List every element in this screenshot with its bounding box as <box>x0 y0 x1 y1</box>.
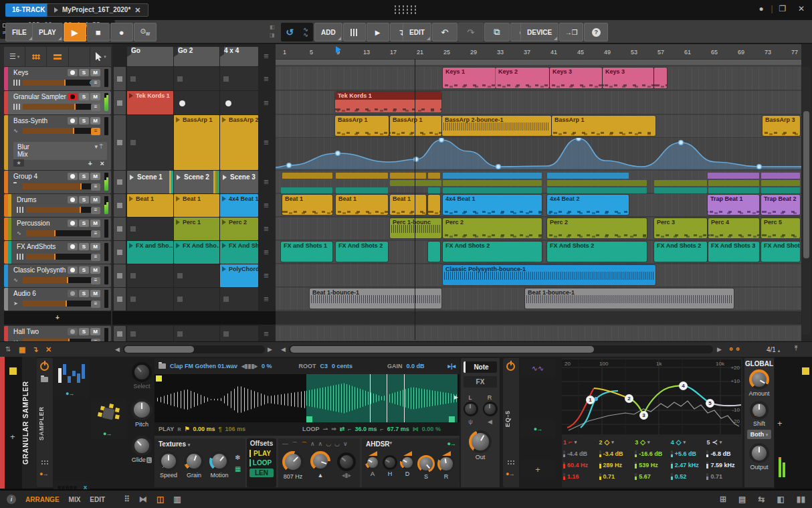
arranger-clip[interactable]: Perc 4 <box>708 218 759 238</box>
group-scene-clip[interactable]: Scene 1 <box>127 171 173 193</box>
launcher-cell[interactable] <box>174 326 219 341</box>
link-icon[interactable]: ⧓ <box>139 495 147 504</box>
freeze-icon[interactable]: ❄ <box>235 454 241 461</box>
launcher-stop-drums[interactable] <box>114 194 126 217</box>
band-gain-value[interactable]: +5.6 dB <box>675 450 696 457</box>
band-gain-value[interactable]: -16.6 dB <box>639 450 662 457</box>
timeline-ruler[interactable]: 1591317212529333741454953576165697377 <box>276 47 801 59</box>
eq-band-node-2[interactable]: 2 <box>625 394 633 403</box>
loop-forward-icon[interactable]: ⇒ <box>331 426 336 432</box>
env-decay2-icon[interactable]: ⌒ <box>301 440 307 449</box>
arranger-clip[interactable] <box>654 68 667 88</box>
launcher-clip[interactable]: Beat 1 <box>174 194 219 217</box>
arranger-clip[interactable]: Keys 2 <box>496 68 549 88</box>
launcher-clip[interactable]: FX And Sho… <box>174 241 219 264</box>
eq-graph[interactable]: 20 100 1k 10k +20 +10 -10 -20 12345 <box>562 359 741 434</box>
mute-button[interactable]: M <box>90 117 100 124</box>
pan-r-knob[interactable] <box>483 402 498 416</box>
volume-slider[interactable] <box>23 277 96 283</box>
loop-off-icon[interactable]: ⇀ <box>323 426 328 432</box>
volume-slider[interactable] <box>23 301 96 307</box>
solo-button[interactable]: S <box>79 173 89 180</box>
env-decay-icon[interactable]: ⌒ <box>292 440 298 449</box>
reverse-icon[interactable]: ʀ <box>177 426 181 432</box>
track-row-halltwo[interactable]: Hall TwoSM↩≡ <box>4 326 111 341</box>
volume-slider[interactable] <box>23 80 96 86</box>
band-number[interactable]: 4 <box>671 439 674 446</box>
mute-button[interactable]: M <box>90 290 100 297</box>
launcher-cell[interactable] <box>220 91 258 114</box>
arranger-clip[interactable]: FX And Shots <box>761 242 800 262</box>
note-tab[interactable]: Note <box>464 361 497 373</box>
grain-knob[interactable] <box>184 451 204 471</box>
duplicate-icon[interactable]: ⧉ <box>484 23 510 41</box>
band-type-caret-icon[interactable]: ▾ <box>575 440 577 445</box>
volume-slider[interactable] <box>26 207 96 213</box>
track-menu-button[interactable]: ≡ <box>91 183 100 191</box>
add-device-icon[interactable]: + <box>10 432 15 442</box>
track-row-group[interactable]: Group 4SM≡ <box>4 171 111 193</box>
redo-icon[interactable]: ↷ <box>458 23 484 41</box>
shift-knob[interactable] <box>750 401 769 420</box>
band-q-value[interactable]: 5.67 <box>639 473 651 480</box>
mode-dropdown[interactable]: Both ▾ <box>747 430 771 439</box>
sample-waveform[interactable]: ▶ <box>155 374 460 422</box>
arranger-clip[interactable]: FX and Shots 1 <box>281 242 332 262</box>
arm-button[interactable] <box>68 266 78 274</box>
inspector-panel-icon[interactable]: ▤ <box>738 495 746 504</box>
loop-region[interactable] <box>306 374 458 422</box>
launcher-cell[interactable] <box>220 67 258 90</box>
launcher-stop-audio6[interactable] <box>114 288 126 311</box>
arranger-row-keys[interactable]: Keys 1Keys 2Keys 3Keys 3 <box>276 67 801 90</box>
arrange-view-button[interactable]: ARRANGE <box>25 496 60 503</box>
automation-node[interactable] <box>679 141 684 145</box>
band-type-caret-icon[interactable]: ▾ <box>720 440 722 445</box>
favorite-icon[interactable]: ★ <box>13 159 24 167</box>
mute-button[interactable]: M <box>90 220 100 227</box>
project-tab[interactable]: MyProject_16T_2020* ✕ <box>47 3 148 17</box>
env-flat-icon[interactable]: — <box>282 440 288 449</box>
volume-slider[interactable] <box>23 183 96 189</box>
eq-band-node-5[interactable]: 5 <box>706 399 714 408</box>
launcher-scroll-right-icon[interactable]: ▶ <box>268 346 272 353</box>
track-row-audio6[interactable]: Audio 6SM➤≡ <box>4 288 111 311</box>
arranger-clip[interactable]: Perc 1-bounc <box>390 218 441 238</box>
playhead[interactable] <box>415 59 415 340</box>
band-number[interactable]: 5 <box>706 439 710 446</box>
add-modulator-slot[interactable]: + <box>520 460 556 479</box>
arranger-clip[interactable]: Trap Beat 2 <box>761 195 800 215</box>
pin-icon[interactable]: ⍑ <box>100 143 103 150</box>
mute-button[interactable]: M <box>90 196 100 203</box>
root-note[interactable]: C3 <box>320 363 328 369</box>
mute-button[interactable]: M <box>90 243 100 250</box>
launcher-cell[interactable] <box>174 288 219 311</box>
output-knob[interactable] <box>749 443 769 463</box>
row-menu-icon[interactable]: ≣ <box>260 295 273 303</box>
launcher-stop-fx[interactable] <box>114 241 126 264</box>
play-button[interactable]: ▶ <box>64 23 86 41</box>
meter-panel-icon[interactable]: ▮▮ <box>797 495 805 504</box>
help-icon[interactable]: ? <box>584 23 608 41</box>
chain-io-swatch[interactable] <box>802 367 809 375</box>
launcher-clip[interactable]: FX And Sho <box>220 241 258 264</box>
automation-panel-icon[interactable]: ◧ <box>777 495 784 504</box>
sample-folder-icon[interactable] <box>159 363 166 369</box>
band-type-icon[interactable]: ◇ <box>676 438 682 446</box>
arranger-vertical-scrollbar[interactable] <box>802 67 811 335</box>
band-freq-value[interactable]: 60.4 Hz <box>567 462 588 469</box>
scrollbar-thumb[interactable] <box>803 111 809 258</box>
offset-loop[interactable]: LOOP <box>249 459 274 467</box>
add-button[interactable]: ADD <box>314 23 342 41</box>
textures-title[interactable]: Textures ▾ <box>155 438 245 450</box>
cents-value[interactable]: 0 cents <box>332 363 352 369</box>
stretch-value[interactable]: 0 % <box>262 363 272 369</box>
launcher-cell[interactable] <box>220 326 258 341</box>
band-freq-value[interactable]: 2.47 kHz <box>675 462 699 469</box>
launcher-stop-classic[interactable] <box>114 264 126 287</box>
template-tab[interactable]: 16-TRACK <box>5 3 52 17</box>
band-q-value[interactable]: 1.16 <box>567 473 579 480</box>
solo-button[interactable]: S <box>79 290 89 297</box>
automation-node[interactable] <box>336 151 340 156</box>
loop-length-value[interactable]: 67.7 ms <box>387 426 409 432</box>
gain-value[interactable]: 0.0 dB <box>407 363 425 369</box>
